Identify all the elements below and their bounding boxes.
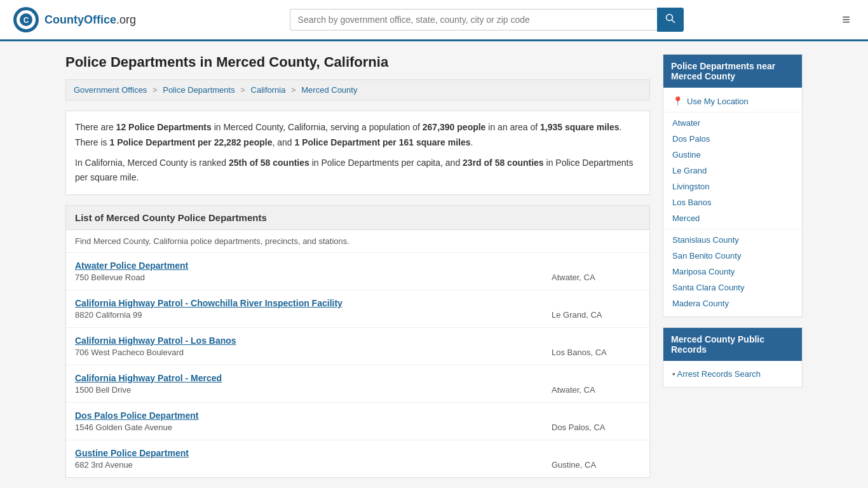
department-item: California Highway Patrol - Merced 1500 … [66,365,649,403]
breadcrumb-sep-2: > [240,85,247,95]
stats-rank-capita: 25th of 58 counties [229,158,309,168]
dept-address: 8820 California 99 [75,310,142,320]
dept-name-row: California Highway Patrol - Chowchilla R… [75,298,641,310]
sidebar-county-item: Santa Clara County [663,280,802,295]
search-input[interactable] [290,9,657,30]
department-item: California Highway Patrol - Chowchilla R… [66,290,649,328]
stats-section: There are 12 Police Departments in Merce… [65,111,650,195]
header: C CountyOffice.org ≡ [0,0,868,41]
dept-name-row: Gustine Police Department [75,448,641,460]
location-pin-icon: 📍 [672,96,683,106]
dept-name-link[interactable]: Dos Palos Police Department [75,410,199,421]
sidebar-cities: AtwaterDos PalosGustineLe GrandLivingsto… [663,115,802,226]
breadcrumb-merced-county[interactable]: Merced County [301,85,357,95]
breadcrumb-california[interactable]: California [251,85,286,95]
svg-line-5 [672,20,675,24]
sidebar-record-item: Arrest Records Search [663,366,802,382]
dept-name-link[interactable]: California Highway Patrol - Merced [75,373,222,383]
stats-para-1: There are 12 Police Departments in Merce… [75,120,641,151]
dept-name-row: California Highway Patrol - Los Banos [75,336,641,348]
dept-address: 750 Bellevue Road [75,273,145,282]
sidebar-city-item: Merced [663,210,802,226]
sidebar-county-link[interactable]: Madera County [672,299,729,308]
stats-area: 1,935 square miles [540,122,620,132]
sidebar-nearby-body: 📍 Use My Location AtwaterDos PalosGustin… [663,88,802,316]
dept-details-row: 682 3rd Avenue Gustine, CA [75,460,641,470]
sidebar-county-item: Mariposa County [663,264,802,280]
stats-per-capita: 1 Police Department per 22,282 people [109,137,272,147]
dept-city: Los Banos, CA [539,348,641,357]
sidebar-city-item: Atwater [663,115,802,131]
stats-count: 12 Police Departments [116,122,212,132]
sidebar-city-link[interactable]: Le Grand [672,166,707,175]
use-my-location-link[interactable]: Use My Location [687,97,749,106]
dept-name-row: Dos Palos Police Department [75,410,641,423]
sidebar-records-header: Merced County Public Records [663,328,802,361]
dept-city: Gustine, CA [539,460,641,470]
stats-rank-area: 23rd of 58 counties [463,158,544,168]
stats-population: 267,390 people [423,122,486,132]
sidebar-county-link[interactable]: San Benito County [672,251,741,261]
sidebar-city-item: Dos Palos [663,131,802,147]
sidebar-county-link[interactable]: Stanislaus County [672,235,739,245]
main-container: Police Departments in Merced County, Cal… [53,41,815,488]
dept-city: Atwater, CA [539,385,641,395]
dept-address: 1500 Bell Drive [75,385,131,395]
dept-city: Dos Palos, CA [539,423,641,432]
sidebar-records-section: Merced County Public Records Arrest Reco… [663,327,803,388]
dept-details-row: 750 Bellevue Road Atwater, CA [75,273,641,282]
dept-name-link[interactable]: California Highway Patrol - Chowchilla R… [75,298,342,308]
sidebar-city-link[interactable]: Gustine [672,150,701,159]
sidebar-city-item: Gustine [663,147,802,163]
sidebar-city-link[interactable]: Atwater [672,118,700,128]
dept-address: 682 3rd Avenue [75,460,133,470]
sidebar-county-link[interactable]: Mariposa County [672,267,735,276]
sidebar-records-list: Arrest Records Search [663,366,802,382]
svg-point-4 [666,15,672,21]
menu-button[interactable]: ≡ [837,9,855,30]
sidebar-city-link[interactable]: Livingston [672,182,710,191]
sidebar-nearby-header: Police Departments near Merced County [663,55,802,88]
sidebar-city-item: Los Banos [663,194,802,210]
stats-para-2: In California, Merced County is ranked 2… [75,156,641,186]
sidebar-use-location[interactable]: 📍 Use My Location [663,93,802,109]
dept-name-row: California Highway Patrol - Merced [75,373,641,385]
logo-icon: C [13,6,39,33]
dept-details-row: 8820 California 99 Le Grand, CA [75,310,641,320]
dept-address: 706 West Pacheco Boulevard [75,348,184,357]
breadcrumb-police-depts[interactable]: Police Departments [163,85,234,95]
sidebar-city-link[interactable]: Los Banos [672,198,711,207]
breadcrumb-govt-offices[interactable]: Government Offices [74,85,147,95]
sidebar-county-item: San Benito County [663,248,802,264]
sidebar: Police Departments near Merced County 📍 … [663,54,803,478]
breadcrumb: Government Offices > Police Departments … [65,79,650,100]
search-icon [665,13,675,24]
search-area [290,8,684,32]
sidebar-county-item: Stanislaus County [663,232,802,248]
dept-city: Atwater, CA [539,273,641,282]
page-title: Police Departments in Merced County, Cal… [65,54,650,71]
dept-details-row: 1546 Golden Gate Avenue Dos Palos, CA [75,423,641,432]
dept-city: Le Grand, CA [539,310,641,320]
sidebar-record-link[interactable]: Arrest Records Search [677,369,761,379]
dept-name-link[interactable]: California Highway Patrol - Los Banos [75,336,236,346]
dept-address: 1546 Golden Gate Avenue [75,423,172,432]
dept-name-link[interactable]: Atwater Police Department [75,261,188,271]
dept-name-link[interactable]: Gustine Police Department [75,448,189,458]
logo-text: CountyOffice.org [44,13,136,27]
list-section: List of Merced County Police Departments… [65,205,650,478]
sidebar-counties: Stanislaus CountySan Benito CountyMaripo… [663,232,802,311]
sidebar-city-link[interactable]: Dos Palos [672,134,710,144]
department-item: Atwater Police Department 750 Bellevue R… [66,253,649,290]
department-item: Dos Palos Police Department 1546 Golden … [66,403,649,440]
sidebar-divider [663,112,802,112]
sidebar-city-link[interactable]: Merced [672,214,700,223]
breadcrumb-sep-1: > [153,85,159,95]
stats-per-area: 1 Police Department per 161 square miles [295,137,471,147]
dept-details-row: 706 West Pacheco Boulevard Los Banos, CA [75,348,641,357]
sidebar-divider-2 [663,229,802,229]
list-section-header: List of Merced County Police Departments [66,206,649,230]
search-button[interactable] [657,8,684,32]
sidebar-nearby-section: Police Departments near Merced County 📍 … [663,54,803,317]
sidebar-county-link[interactable]: Santa Clara County [672,283,744,292]
